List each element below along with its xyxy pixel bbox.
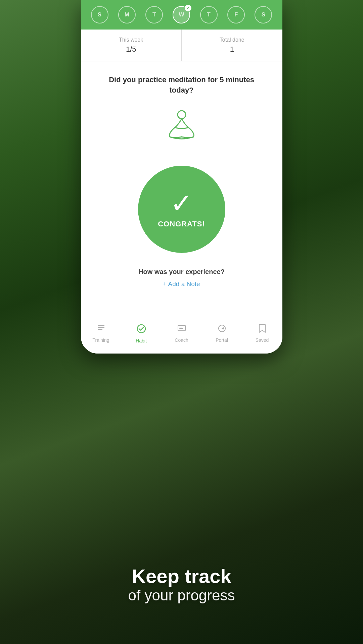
experience-label: How was your experience?: [138, 268, 225, 276]
training-icon: [96, 324, 106, 335]
svg-rect-7: [179, 328, 183, 329]
this-week-value: 1/5: [84, 45, 178, 54]
portal-icon: [217, 324, 227, 335]
saved-label: Saved: [256, 337, 269, 343]
svg-rect-3: [98, 329, 102, 330]
tab-saved[interactable]: Saved: [249, 324, 276, 343]
stat-total-done: Total done 1: [181, 30, 282, 61]
svg-rect-6: [179, 327, 182, 327]
total-done-value: 1: [185, 45, 279, 54]
svg-point-0: [178, 111, 186, 119]
habit-icon: [136, 324, 146, 336]
phone-card: S M T W T F S This week 1/5 Total done 1: [81, 0, 282, 354]
svg-point-4: [137, 325, 145, 333]
coach-label: Coach: [175, 337, 188, 343]
tab-portal[interactable]: Portal: [209, 324, 235, 343]
add-note-button[interactable]: + Add a Note: [163, 280, 200, 288]
habit-label: Habit: [136, 338, 147, 343]
saved-icon: [258, 324, 266, 335]
portal-label: Portal: [216, 337, 228, 343]
tab-bar: Training Habit Coach: [81, 318, 282, 354]
day-saturday[interactable]: S: [255, 6, 272, 23]
main-content: Did you practice meditation for 5 minute…: [81, 61, 282, 318]
svg-rect-2: [98, 327, 104, 328]
day-sunday[interactable]: S: [91, 6, 108, 23]
congrats-text: CONGRATS!: [158, 220, 205, 228]
tab-habit[interactable]: Habit: [128, 324, 155, 343]
bottom-text-area: Keep track of your progress: [0, 566, 363, 604]
congrats-checkmark-icon: ✓: [170, 190, 193, 217]
tab-training[interactable]: Training: [88, 324, 115, 343]
check-badge-icon: [185, 5, 191, 11]
congrats-circle: ✓ CONGRATS!: [138, 166, 225, 253]
training-label: Training: [92, 337, 109, 343]
svg-rect-1: [98, 325, 104, 326]
meditation-icon: [160, 107, 203, 152]
coach-icon: [177, 324, 186, 335]
total-done-label: Total done: [185, 37, 279, 43]
question-text: Did you practice meditation for 5 minute…: [98, 75, 266, 96]
tab-coach[interactable]: Coach: [168, 324, 195, 343]
bottom-headline: Keep track: [0, 566, 363, 587]
header-bar: S M T W T F S: [81, 0, 282, 30]
this-week-label: This week: [84, 37, 178, 43]
day-wednesday-active[interactable]: W: [173, 6, 190, 23]
bottom-subline: of your progress: [0, 587, 363, 604]
day-monday[interactable]: M: [118, 6, 136, 23]
stats-row: This week 1/5 Total done 1: [81, 30, 282, 61]
day-friday[interactable]: F: [227, 6, 245, 23]
day-thursday[interactable]: T: [200, 6, 218, 23]
day-tuesday[interactable]: T: [145, 6, 163, 23]
stat-this-week: This week 1/5: [81, 30, 182, 61]
